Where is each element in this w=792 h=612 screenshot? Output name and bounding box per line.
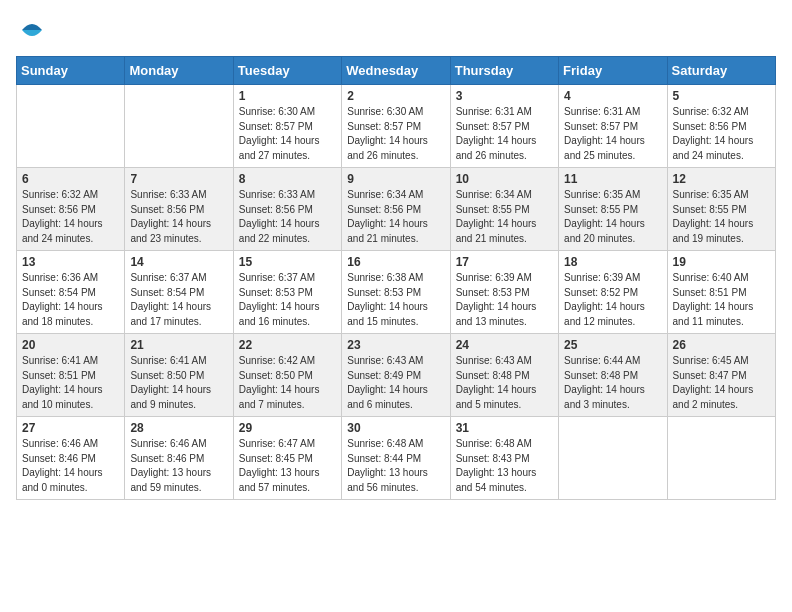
day-number: 17: [456, 255, 553, 269]
day-number: 18: [564, 255, 661, 269]
day-info: Sunrise: 6:34 AM Sunset: 8:56 PM Dayligh…: [347, 188, 444, 246]
day-number: 20: [22, 338, 119, 352]
day-number: 4: [564, 89, 661, 103]
calendar-header-tuesday: Tuesday: [233, 57, 341, 85]
day-info: Sunrise: 6:45 AM Sunset: 8:47 PM Dayligh…: [673, 354, 770, 412]
calendar-cell: [125, 85, 233, 168]
calendar-cell: 30Sunrise: 6:48 AM Sunset: 8:44 PM Dayli…: [342, 417, 450, 500]
day-info: Sunrise: 6:34 AM Sunset: 8:55 PM Dayligh…: [456, 188, 553, 246]
day-number: 5: [673, 89, 770, 103]
calendar-cell: 8Sunrise: 6:33 AM Sunset: 8:56 PM Daylig…: [233, 168, 341, 251]
day-info: Sunrise: 6:43 AM Sunset: 8:48 PM Dayligh…: [456, 354, 553, 412]
day-number: 23: [347, 338, 444, 352]
day-number: 29: [239, 421, 336, 435]
day-number: 25: [564, 338, 661, 352]
calendar-cell: 4Sunrise: 6:31 AM Sunset: 8:57 PM Daylig…: [559, 85, 667, 168]
calendar-cell: 11Sunrise: 6:35 AM Sunset: 8:55 PM Dayli…: [559, 168, 667, 251]
calendar-table: SundayMondayTuesdayWednesdayThursdayFrid…: [16, 56, 776, 500]
calendar-cell: [667, 417, 775, 500]
day-info: Sunrise: 6:47 AM Sunset: 8:45 PM Dayligh…: [239, 437, 336, 495]
day-info: Sunrise: 6:48 AM Sunset: 8:44 PM Dayligh…: [347, 437, 444, 495]
calendar-week-row: 13Sunrise: 6:36 AM Sunset: 8:54 PM Dayli…: [17, 251, 776, 334]
day-info: Sunrise: 6:40 AM Sunset: 8:51 PM Dayligh…: [673, 271, 770, 329]
day-info: Sunrise: 6:42 AM Sunset: 8:50 PM Dayligh…: [239, 354, 336, 412]
day-info: Sunrise: 6:37 AM Sunset: 8:54 PM Dayligh…: [130, 271, 227, 329]
day-info: Sunrise: 6:37 AM Sunset: 8:53 PM Dayligh…: [239, 271, 336, 329]
calendar-cell: 25Sunrise: 6:44 AM Sunset: 8:48 PM Dayli…: [559, 334, 667, 417]
day-number: 9: [347, 172, 444, 186]
day-number: 15: [239, 255, 336, 269]
calendar-cell: 31Sunrise: 6:48 AM Sunset: 8:43 PM Dayli…: [450, 417, 558, 500]
day-info: Sunrise: 6:32 AM Sunset: 8:56 PM Dayligh…: [673, 105, 770, 163]
logo-icon: [18, 16, 46, 44]
calendar-cell: 16Sunrise: 6:38 AM Sunset: 8:53 PM Dayli…: [342, 251, 450, 334]
day-number: 26: [673, 338, 770, 352]
day-info: Sunrise: 6:30 AM Sunset: 8:57 PM Dayligh…: [347, 105, 444, 163]
calendar-cell: [559, 417, 667, 500]
day-number: 24: [456, 338, 553, 352]
calendar-cell: 18Sunrise: 6:39 AM Sunset: 8:52 PM Dayli…: [559, 251, 667, 334]
day-info: Sunrise: 6:35 AM Sunset: 8:55 PM Dayligh…: [673, 188, 770, 246]
day-info: Sunrise: 6:31 AM Sunset: 8:57 PM Dayligh…: [564, 105, 661, 163]
calendar-cell: 6Sunrise: 6:32 AM Sunset: 8:56 PM Daylig…: [17, 168, 125, 251]
day-number: 10: [456, 172, 553, 186]
day-info: Sunrise: 6:41 AM Sunset: 8:50 PM Dayligh…: [130, 354, 227, 412]
day-number: 16: [347, 255, 444, 269]
day-number: 11: [564, 172, 661, 186]
calendar-cell: 9Sunrise: 6:34 AM Sunset: 8:56 PM Daylig…: [342, 168, 450, 251]
calendar-cell: 1Sunrise: 6:30 AM Sunset: 8:57 PM Daylig…: [233, 85, 341, 168]
day-info: Sunrise: 6:48 AM Sunset: 8:43 PM Dayligh…: [456, 437, 553, 495]
calendar-header-monday: Monday: [125, 57, 233, 85]
day-number: 30: [347, 421, 444, 435]
calendar-cell: 17Sunrise: 6:39 AM Sunset: 8:53 PM Dayli…: [450, 251, 558, 334]
calendar-cell: 15Sunrise: 6:37 AM Sunset: 8:53 PM Dayli…: [233, 251, 341, 334]
calendar-cell: 5Sunrise: 6:32 AM Sunset: 8:56 PM Daylig…: [667, 85, 775, 168]
calendar-cell: 19Sunrise: 6:40 AM Sunset: 8:51 PM Dayli…: [667, 251, 775, 334]
calendar-header-wednesday: Wednesday: [342, 57, 450, 85]
calendar-week-row: 20Sunrise: 6:41 AM Sunset: 8:51 PM Dayli…: [17, 334, 776, 417]
calendar-week-row: 6Sunrise: 6:32 AM Sunset: 8:56 PM Daylig…: [17, 168, 776, 251]
calendar-cell: 23Sunrise: 6:43 AM Sunset: 8:49 PM Dayli…: [342, 334, 450, 417]
day-info: Sunrise: 6:43 AM Sunset: 8:49 PM Dayligh…: [347, 354, 444, 412]
calendar-cell: 22Sunrise: 6:42 AM Sunset: 8:50 PM Dayli…: [233, 334, 341, 417]
day-number: 31: [456, 421, 553, 435]
calendar-cell: 7Sunrise: 6:33 AM Sunset: 8:56 PM Daylig…: [125, 168, 233, 251]
day-info: Sunrise: 6:31 AM Sunset: 8:57 PM Dayligh…: [456, 105, 553, 163]
day-number: 21: [130, 338, 227, 352]
day-number: 14: [130, 255, 227, 269]
calendar-cell: 21Sunrise: 6:41 AM Sunset: 8:50 PM Dayli…: [125, 334, 233, 417]
day-info: Sunrise: 6:39 AM Sunset: 8:53 PM Dayligh…: [456, 271, 553, 329]
day-info: Sunrise: 6:32 AM Sunset: 8:56 PM Dayligh…: [22, 188, 119, 246]
calendar-cell: 26Sunrise: 6:45 AM Sunset: 8:47 PM Dayli…: [667, 334, 775, 417]
day-number: 27: [22, 421, 119, 435]
calendar-cell: [17, 85, 125, 168]
day-number: 22: [239, 338, 336, 352]
day-number: 6: [22, 172, 119, 186]
day-info: Sunrise: 6:30 AM Sunset: 8:57 PM Dayligh…: [239, 105, 336, 163]
calendar-header-sunday: Sunday: [17, 57, 125, 85]
calendar-cell: 3Sunrise: 6:31 AM Sunset: 8:57 PM Daylig…: [450, 85, 558, 168]
calendar-cell: 14Sunrise: 6:37 AM Sunset: 8:54 PM Dayli…: [125, 251, 233, 334]
day-number: 28: [130, 421, 227, 435]
day-number: 1: [239, 89, 336, 103]
calendar-cell: 12Sunrise: 6:35 AM Sunset: 8:55 PM Dayli…: [667, 168, 775, 251]
calendar-header-saturday: Saturday: [667, 57, 775, 85]
calendar-cell: 28Sunrise: 6:46 AM Sunset: 8:46 PM Dayli…: [125, 417, 233, 500]
day-number: 19: [673, 255, 770, 269]
calendar-cell: 20Sunrise: 6:41 AM Sunset: 8:51 PM Dayli…: [17, 334, 125, 417]
calendar-week-row: 1Sunrise: 6:30 AM Sunset: 8:57 PM Daylig…: [17, 85, 776, 168]
day-info: Sunrise: 6:41 AM Sunset: 8:51 PM Dayligh…: [22, 354, 119, 412]
page-header: [16, 16, 776, 44]
day-info: Sunrise: 6:46 AM Sunset: 8:46 PM Dayligh…: [22, 437, 119, 495]
calendar-cell: 2Sunrise: 6:30 AM Sunset: 8:57 PM Daylig…: [342, 85, 450, 168]
day-info: Sunrise: 6:35 AM Sunset: 8:55 PM Dayligh…: [564, 188, 661, 246]
day-info: Sunrise: 6:38 AM Sunset: 8:53 PM Dayligh…: [347, 271, 444, 329]
logo: [16, 16, 46, 44]
day-number: 12: [673, 172, 770, 186]
calendar-header-row: SundayMondayTuesdayWednesdayThursdayFrid…: [17, 57, 776, 85]
calendar-cell: 27Sunrise: 6:46 AM Sunset: 8:46 PM Dayli…: [17, 417, 125, 500]
day-number: 7: [130, 172, 227, 186]
day-info: Sunrise: 6:36 AM Sunset: 8:54 PM Dayligh…: [22, 271, 119, 329]
day-info: Sunrise: 6:33 AM Sunset: 8:56 PM Dayligh…: [130, 188, 227, 246]
calendar-cell: 13Sunrise: 6:36 AM Sunset: 8:54 PM Dayli…: [17, 251, 125, 334]
